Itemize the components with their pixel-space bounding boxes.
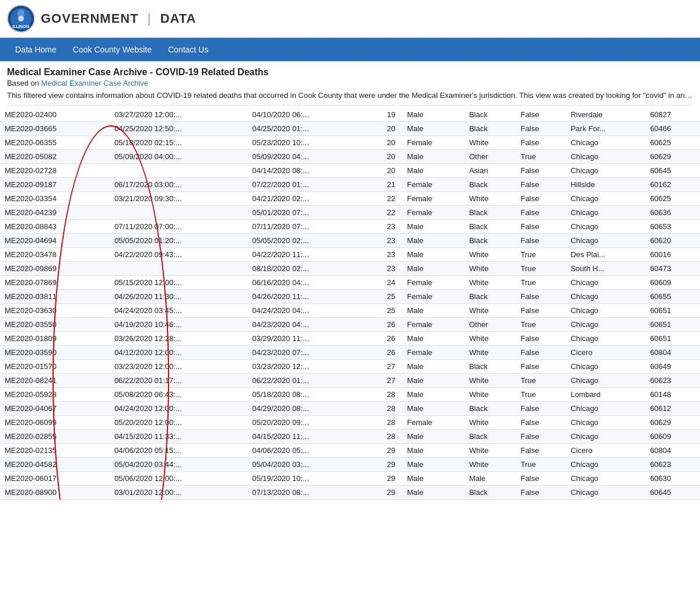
table-row[interactable]: ME2020-01809 03/26/2020 12:28:... 03/29/…: [0, 331, 700, 345]
age: 23: [366, 233, 402, 247]
table-row[interactable]: ME2020-02855 04/15/2020 11:33:... 04/15/…: [0, 429, 700, 443]
page-description: This filtered view contains information …: [7, 90, 693, 106]
latino: False: [516, 443, 566, 457]
latino: False: [516, 289, 566, 303]
date-death: 07/11/2020 07:...: [247, 219, 366, 233]
zip: 60804: [645, 443, 700, 457]
sex: Female: [402, 205, 464, 219]
table-row[interactable]: ME2020-02400 03/27/2020 12:00:... 04/10/…: [0, 108, 700, 122]
table-row[interactable]: ME2020-08900 03/01/2020 12:00:... 07/13/…: [0, 485, 700, 499]
date-death: 04/06/2020 05:...: [247, 443, 366, 457]
city: Chicago: [566, 149, 645, 163]
table-row[interactable]: ME2020-09869 08/18/2020 02:... 23 Male W…: [0, 261, 700, 275]
zip: 60655: [645, 289, 700, 303]
nav-contact-us[interactable]: Contact Us: [160, 38, 216, 61]
race: Black: [464, 359, 516, 373]
latino: False: [516, 135, 566, 149]
date-death: 05/19/2020 10:...: [247, 471, 366, 485]
sex: Male: [402, 331, 464, 345]
table-row[interactable]: ME2020-08843 07/11/2020 07:00:... 07/11/…: [0, 219, 700, 233]
race: White: [464, 191, 516, 205]
date-incident: 03/01/2020 12:00:...: [110, 485, 247, 499]
case-id: ME2020-07869: [0, 275, 110, 289]
date-death: 06/16/2020 04:...: [247, 275, 366, 289]
zip: 60651: [645, 317, 700, 331]
illinois-logo: ILLINOIS: [7, 5, 35, 33]
date-death: 04/10/2020 06:...: [247, 108, 366, 122]
age: 20: [366, 149, 402, 163]
date-incident: 03/23/2020 12:00:...: [110, 359, 247, 373]
latino: False: [516, 108, 566, 122]
table-row[interactable]: ME2020-09187 06/17/2020 03:00:... 07/22/…: [0, 177, 700, 191]
nav-data-home[interactable]: Data Home: [7, 38, 65, 61]
race: Black: [464, 401, 516, 415]
zip: 60630: [645, 471, 700, 485]
table-row[interactable]: ME2020-05928 05/08/2020 06:43:... 05/18/…: [0, 387, 700, 401]
race: White: [464, 415, 516, 429]
table-row[interactable]: ME2020-03590 04/12/2020 12:00:... 04/23/…: [0, 345, 700, 359]
table-container: ME2020-02400 03/27/2020 12:00:... 04/10/…: [0, 108, 700, 500]
table-row[interactable]: ME2020-03811 04/26/2020 11:30:... 04/26/…: [0, 289, 700, 303]
age: 28: [366, 415, 402, 429]
date-incident: 05/20/2020 12:00:...: [110, 415, 247, 429]
table-row[interactable]: ME2020-06099 05/20/2020 12:00:... 05/20/…: [0, 415, 700, 429]
sex: Female: [402, 345, 464, 359]
archive-link[interactable]: Medical Examiner Case Archive: [41, 79, 149, 87]
table-row[interactable]: ME2020-05082 05/09/2020 04:00:... 05/09/…: [0, 149, 700, 163]
latino: False: [516, 429, 566, 443]
age: 20: [366, 135, 402, 149]
table-row[interactable]: ME2020-02728 04/14/2020 08:... 20 Male A…: [0, 163, 700, 177]
age: 25: [366, 303, 402, 317]
case-id: ME2020-06099: [0, 415, 110, 429]
zip: 60651: [645, 331, 700, 345]
age: 26: [366, 317, 402, 331]
city: Lombard: [566, 387, 645, 401]
table-row[interactable]: ME2020-03665 04/25/2020 12:50:... 04/25/…: [0, 121, 700, 135]
city: Chicago: [566, 275, 645, 289]
zip: 60629: [645, 149, 700, 163]
date-incident: 05/15/2020 12:00:...: [110, 275, 247, 289]
table-row[interactable]: ME2020-04694 05/05/2020 01:20:... 05/05/…: [0, 233, 700, 247]
case-id: ME2020-03811: [0, 289, 110, 303]
table-row[interactable]: ME2020-07869 05/15/2020 12:00:... 06/16/…: [0, 275, 700, 289]
latino: False: [516, 121, 566, 135]
table-row[interactable]: ME2020-04067 04/24/2020 12:00:... 04/29/…: [0, 401, 700, 415]
zip: 60620: [645, 233, 700, 247]
sex: Male: [402, 485, 464, 499]
sex: Male: [402, 401, 464, 415]
date-incident: 04/26/2020 11:30:...: [110, 289, 247, 303]
city: Cicero: [566, 345, 645, 359]
table-row[interactable]: ME2020-04582 05/04/2020 03:44:... 05/04/…: [0, 457, 700, 471]
age: 19: [366, 108, 402, 122]
table-row[interactable]: ME2020-03630 04/24/2020 03:45:... 04/24/…: [0, 303, 700, 317]
race: Black: [464, 205, 516, 219]
table-row[interactable]: ME2020-03550 04/19/2020 10:46:... 04/23/…: [0, 317, 700, 331]
table-row[interactable]: ME2020-06355 05/18/2020 02:15:... 05/23/…: [0, 135, 700, 149]
table-row[interactable]: ME2020-04239 05/01/2020 07:... 22 Female…: [0, 205, 700, 219]
latino: False: [516, 359, 566, 373]
table-row[interactable]: ME2020-03478 04/22/2020 09:43:... 04/22/…: [0, 247, 700, 261]
race: Other: [464, 317, 516, 331]
table-row[interactable]: ME2020-03354 03/21/2020 09:30:... 04/21/…: [0, 191, 700, 205]
table-row[interactable]: ME2020-06017 05/06/2020 12:00:... 05/19/…: [0, 471, 700, 485]
date-incident: 07/11/2020 07:00:...: [110, 219, 247, 233]
zip: 60625: [645, 191, 700, 205]
case-id: ME2020-08843: [0, 219, 110, 233]
date-death: 07/13/2020 08:...: [247, 485, 366, 499]
table-row[interactable]: ME2020-02135 04/06/2020 05:15:... 04/06/…: [0, 443, 700, 457]
case-id: ME2020-08900: [0, 485, 110, 499]
sex: Female: [402, 415, 464, 429]
case-id: ME2020-03550: [0, 317, 110, 331]
date-death: 07/22/2020 01:...: [247, 177, 366, 191]
case-id: ME2020-04582: [0, 457, 110, 471]
city: Cicero: [566, 443, 645, 457]
table-row[interactable]: ME2020-08241 06/22/2020 01:17:... 06/22/…: [0, 373, 700, 387]
race: Other: [464, 149, 516, 163]
race: Black: [464, 233, 516, 247]
date-death: 04/26/2020 11:...: [247, 289, 366, 303]
age: 23: [366, 247, 402, 261]
date-incident: [110, 163, 247, 177]
table-row[interactable]: ME2020-01570 03/23/2020 12:00:... 03/23/…: [0, 359, 700, 373]
city: Chicago: [566, 135, 645, 149]
nav-cook-county[interactable]: Cook County Website: [65, 38, 160, 61]
